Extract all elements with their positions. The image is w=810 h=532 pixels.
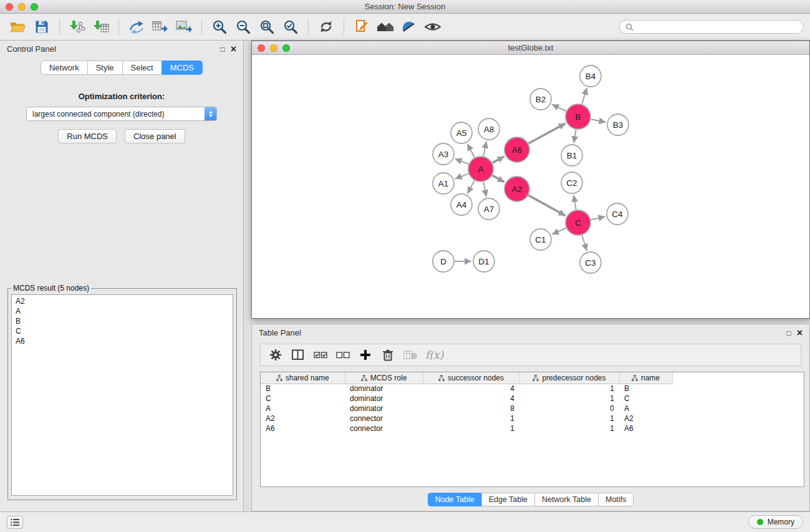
minimize-window-icon[interactable] [18,3,26,11]
node-A2[interactable]: A2 [504,177,529,201]
edge-B-B4[interactable] [582,88,587,104]
result-item-b[interactable]: B [16,316,229,326]
search-input[interactable] [637,22,798,31]
node-A3[interactable]: A3 [433,143,454,165]
delete-row-button[interactable] [378,346,398,364]
edge-C-C3[interactable] [582,235,587,251]
refresh-button[interactable] [314,16,338,37]
table-row-a[interactable]: Adominator80A [261,404,672,414]
save-button[interactable] [30,16,54,37]
node-table[interactable]: shared nameMCDS rolesuccessor nodesprede… [260,372,804,487]
edge-A-A8[interactable] [483,142,486,157]
select-all-button[interactable] [311,346,330,364]
node-C1[interactable]: C1 [530,229,551,250]
tab-mcds[interactable]: MCDS [162,60,203,75]
graphics-details-button[interactable] [397,16,421,37]
zoom-selected-button[interactable] [279,16,302,37]
import-table-button[interactable] [89,16,113,37]
network-minimize-icon[interactable] [270,44,277,52]
zoom-out-button[interactable] [231,16,255,37]
result-item-c[interactable]: C [16,326,229,336]
node-C2[interactable]: C2 [561,172,582,193]
network-view[interactable]: B4B2BB3A5A8A6B1A3AC2A1A2A4A7C4CC1C3DD1 [252,56,809,318]
float-table-panel-icon[interactable]: □ [786,329,791,337]
node-A7[interactable]: A7 [478,198,499,220]
export-table-button[interactable] [148,16,172,37]
edge-A-A2[interactable] [492,175,504,182]
tab-style[interactable]: Style [87,60,122,75]
edge-A-A7[interactable] [483,182,486,197]
column-header-name[interactable]: name [619,372,672,384]
edge-A2-C[interactable] [528,195,566,216]
open-button[interactable] [6,16,30,37]
node-A5[interactable]: A5 [451,122,472,143]
node-A6[interactable]: A6 [504,137,529,162]
float-panel-icon[interactable]: □ [220,46,224,53]
node-B[interactable]: B [566,104,591,129]
node-B4[interactable]: B4 [580,65,601,87]
edge-C-C2[interactable] [574,195,576,210]
result-item-a2[interactable]: A2 [16,296,229,306]
export-network-button[interactable] [125,16,148,37]
node-C[interactable]: C [566,210,591,235]
show-columns-button[interactable] [288,346,308,364]
edge-C-C4[interactable] [591,216,605,220]
column-header-mcds-role[interactable]: MCDS role [345,372,423,384]
column-header-shared-name[interactable]: shared name [261,372,345,384]
edge-B-B2[interactable] [552,105,566,112]
edge-B-B1[interactable] [574,130,576,143]
tab-network[interactable]: Network [41,60,87,75]
edge-C-C1[interactable] [552,228,566,235]
maximize-window-icon[interactable] [31,3,38,11]
criterion-dropdown[interactable]: largest connected component (directed) [26,107,217,121]
search-box[interactable] [619,20,804,34]
result-item-a[interactable]: A [16,306,229,316]
table-row-c[interactable]: Cdominator41C [261,394,672,404]
table-tab-node-table[interactable]: Node Table [428,493,481,506]
delete-column-button[interactable] [400,346,420,364]
result-item-a6[interactable]: A6 [16,336,229,346]
first-neighbors-button[interactable] [350,16,374,37]
node-C4[interactable]: C4 [607,203,628,225]
edge-A-A5[interactable] [467,144,475,158]
edge-B-B3[interactable] [591,119,606,122]
close-window-icon[interactable] [6,3,13,11]
table-settings-button[interactable] [266,346,286,364]
edge-A-A1[interactable] [455,174,469,179]
node-A1[interactable]: A1 [433,173,454,194]
function-builder-button[interactable]: f(x) [423,349,446,361]
table-tab-network-table[interactable]: Network Table [534,493,598,506]
close-panel-button[interactable]: Close panel [125,129,185,143]
column-header-predecessor-nodes[interactable]: predecessor nodes [519,372,619,384]
network-maximize-icon[interactable] [282,44,290,52]
edge-A6-B[interactable] [529,123,566,143]
zoom-fit-button[interactable] [255,16,279,37]
table-row-a6[interactable]: A6connector11A6 [261,423,672,433]
node-B3[interactable]: B3 [607,114,629,135]
edge-A-A4[interactable] [468,180,475,193]
node-B2[interactable]: B2 [530,89,551,110]
node-D1[interactable]: D1 [473,251,494,272]
zoom-in-button[interactable] [208,16,231,37]
edge-A-A3[interactable] [455,158,469,164]
deselect-all-button[interactable] [333,346,353,364]
table-row-b[interactable]: Bdominator41B [261,384,672,394]
network-canvas[interactable]: B4B2BB3A5A8A6B1A3AC2A1A2A4A7C4CC1C3DD1 [252,56,809,318]
home-button[interactable] [374,16,397,37]
close-table-panel-icon[interactable]: × [797,328,803,338]
node-D[interactable]: D [433,251,454,272]
export-image-button[interactable] [172,16,196,37]
show-hide-button[interactable] [421,16,445,37]
close-panel-icon[interactable]: × [231,44,236,54]
network-close-icon[interactable] [258,44,265,52]
node-A[interactable]: A [468,157,493,181]
table-tab-motifs[interactable]: Motifs [598,493,634,506]
node-B1[interactable]: B1 [561,145,582,166]
run-mcds-button[interactable]: Run MCDS [58,129,117,143]
memory-button[interactable]: Memory [748,515,803,529]
import-network-button[interactable] [65,16,89,37]
task-history-button[interactable] [7,516,23,529]
mcds-result-list[interactable]: A2ABCA6 [11,294,233,496]
add-column-button[interactable] [355,346,375,364]
edge-A-A6[interactable] [493,157,504,163]
